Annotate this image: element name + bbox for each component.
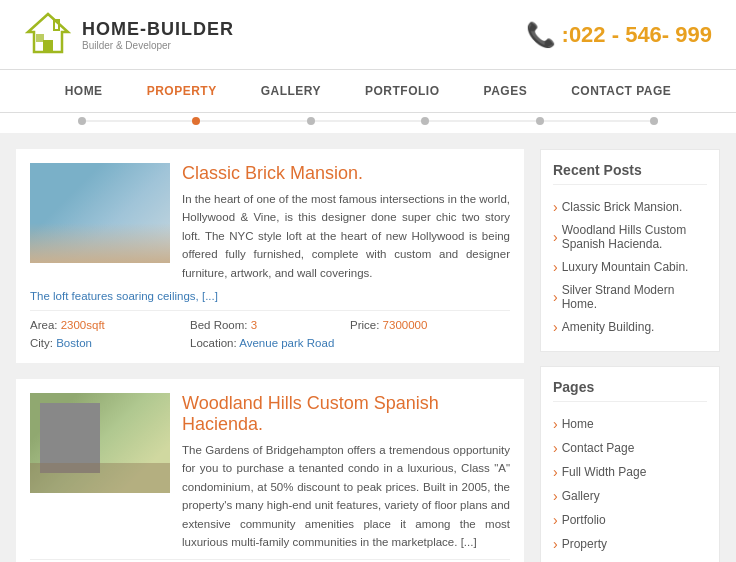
recent-post-item[interactable]: Silver Strand Modern Home. (553, 279, 707, 315)
recent-post-item[interactable]: Classic Brick Mansion. (553, 195, 707, 219)
property-title: Woodland Hills Custom Spanish Hacienda. (182, 393, 510, 435)
recent-post-item[interactable]: Woodland Hills Custom Spanish Hacienda. (553, 219, 707, 255)
property-detail: Area: 2300sqft (30, 319, 190, 331)
recent-post-item[interactable]: Amenity Building. (553, 315, 707, 339)
nav-item[interactable]: GALLERY (239, 70, 343, 112)
property-detail: Location: Avenue park Road (190, 337, 350, 349)
pages-title: Pages (553, 379, 707, 402)
property-description: The Gardens of Bridgehampton offers a tr… (182, 441, 510, 551)
nav-bar: HOMEPROPERTYGALLERYPORTFOLIOPAGESCONTACT… (0, 70, 736, 113)
property-detail: City: Boston (30, 337, 190, 349)
phone-icon: 📞 (526, 21, 556, 49)
header: HOME-BUILDER Builder & Developer 📞 :022 … (0, 0, 736, 70)
pages-box: Pages HomeContact PageFull Width PageGal… (540, 366, 720, 562)
nav-link[interactable]: GALLERY (239, 70, 343, 112)
pages-item[interactable]: Full Width Page (553, 460, 707, 484)
nav-dots-inner (78, 117, 658, 125)
property-detail: Bed Room: 3 (190, 319, 350, 331)
sidebar: Recent Posts Classic Brick Mansion.Woodl… (540, 149, 720, 562)
svg-rect-2 (36, 34, 44, 42)
property-card: Classic Brick Mansion.In the heart of on… (16, 149, 524, 363)
property-list: Classic Brick Mansion.In the heart of on… (16, 149, 524, 562)
main-content: Classic Brick Mansion.In the heart of on… (0, 133, 736, 562)
property-image (30, 163, 170, 263)
pages-item[interactable]: Contact Page (553, 436, 707, 460)
pages-item[interactable]: Gallery (553, 484, 707, 508)
phone-area: 📞 :022 - 546- 999 (526, 21, 712, 49)
property-image (30, 393, 170, 493)
pages-item[interactable]: Portfolio (553, 508, 707, 532)
property-card: Woodland Hills Custom Spanish Hacienda.T… (16, 379, 524, 562)
nav-item[interactable]: PAGES (462, 70, 550, 112)
property-title: Classic Brick Mansion. (182, 163, 510, 184)
nav-link[interactable]: HOME (43, 70, 125, 112)
recent-posts-list: Classic Brick Mansion.Woodland Hills Cus… (553, 195, 707, 339)
nav-dot (192, 117, 200, 125)
nav-item[interactable]: PROPERTY (125, 70, 239, 112)
nav-dot (650, 117, 658, 125)
recent-post-item[interactable]: Luxury Mountain Cabin. (553, 255, 707, 279)
pages-list: HomeContact PageFull Width PageGalleryPo… (553, 412, 707, 556)
nav-item[interactable]: HOME (43, 70, 125, 112)
nav-dot (78, 117, 86, 125)
logo-subtitle: Builder & Developer (82, 40, 234, 51)
property-excerpt: The loft features soaring ceilings, [...… (30, 290, 510, 302)
nav-dot (536, 117, 544, 125)
recent-posts-box: Recent Posts Classic Brick Mansion.Woodl… (540, 149, 720, 352)
logo-area: HOME-BUILDER Builder & Developer (24, 12, 234, 57)
nav-link[interactable]: CONTACT PAGE (549, 70, 693, 112)
logo-icon (24, 12, 72, 57)
nav-item[interactable]: PORTFOLIO (343, 70, 462, 112)
nav-link[interactable]: PAGES (462, 70, 550, 112)
nav-dots (0, 113, 736, 133)
nav-item[interactable]: CONTACT PAGE (549, 70, 693, 112)
property-detail: Price: 7300000 (350, 319, 510, 331)
nav-list: HOMEPROPERTYGALLERYPORTFOLIOPAGESCONTACT… (0, 70, 736, 112)
nav-dot (421, 117, 429, 125)
recent-posts-title: Recent Posts (553, 162, 707, 185)
phone-number: :022 - 546- 999 (562, 22, 712, 48)
pages-item[interactable]: Home (553, 412, 707, 436)
svg-rect-1 (43, 40, 53, 52)
property-description: In the heart of one of the most famous i… (182, 190, 510, 282)
logo-text: HOME-BUILDER Builder & Developer (82, 19, 234, 51)
nav-link[interactable]: PORTFOLIO (343, 70, 462, 112)
nav-link[interactable]: PROPERTY (125, 70, 239, 112)
pages-item[interactable]: Property (553, 532, 707, 556)
nav-dot (307, 117, 315, 125)
logo-title: HOME-BUILDER (82, 19, 234, 40)
